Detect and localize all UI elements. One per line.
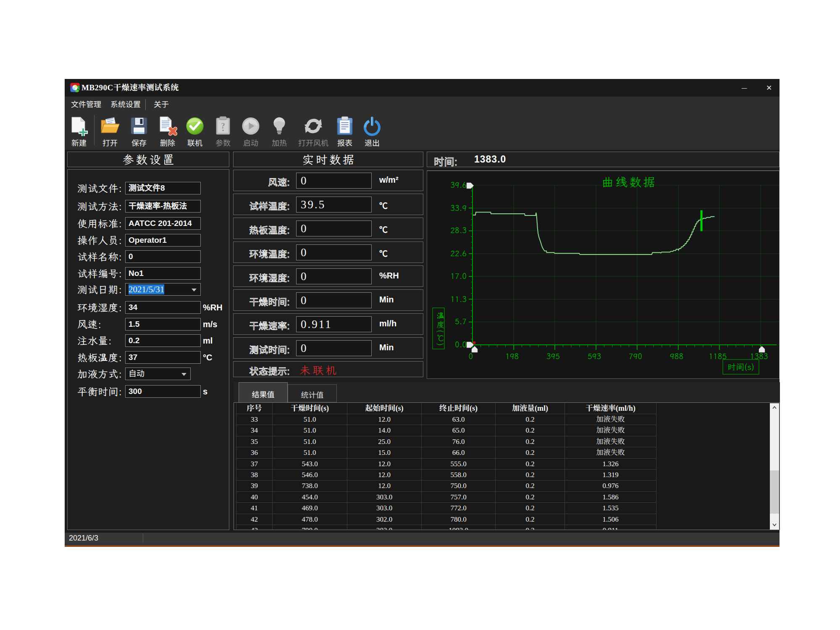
table-cell: 1.506 [565,514,656,525]
table-cell: 37 [236,459,273,470]
close-button[interactable]: ✕ [759,79,779,97]
table-cell: 51.0 [273,414,347,425]
realtime-label: 热板温度: [249,223,290,236]
minimize-button[interactable]: — [735,79,754,97]
toolbar-button-exit[interactable]: 退出 [356,116,388,148]
svg-text:39.6: 39.6 [450,180,467,190]
dropdown-arrow-icon[interactable] [192,289,197,291]
table-row[interactable]: 37543.012.0555.00.21.326 [236,459,657,470]
field-input-2[interactable]: AATCC 201-2014 [125,217,201,230]
svg-text:33.9: 33.9 [450,203,467,213]
table-cell: 0.2 [496,414,565,425]
table-row[interactable]: 42478.0302.0780.00.21.506 [236,514,657,525]
column-header[interactable]: 加液量(ml) [496,403,565,414]
results-section: 结果值统计值 序号干燥时间(s)起始时间(s)终止时间(s)加液量(ml)干燥速… [234,382,780,530]
field-input-3[interactable]: Operator1 [125,234,201,247]
realtime-row: 环境湿度:0%RH [233,265,423,287]
table-cell: 42 [236,514,273,525]
table-row[interactable]: 39738.012.0750.00.20.976 [236,480,657,491]
table-cell: 加液失败 [565,447,656,458]
table-cell: 38 [236,470,273,480]
field-input-5[interactable]: No1 [125,267,201,280]
realtime-row: 干燥速率:0.911ml/h [233,313,423,335]
field-unit: m/s [203,318,217,331]
table-row[interactable]: 38546.012.0558.00.21.319 [236,470,657,480]
table-cell: 558.0 [422,470,496,480]
field-input-4[interactable]: 0 [125,250,201,263]
realtime-value: 0 [296,244,372,260]
app-logo-icon [70,83,80,92]
table-cell: 51.0 [273,425,347,436]
tab-results[interactable]: 结果值 [239,382,288,402]
menu-item-about[interactable]: 关于 [154,97,169,113]
table-row[interactable]: 3551.025.076.00.2加液失败 [236,436,657,447]
realtime-unit: ℃ [379,247,388,259]
realtime-label: 试样温度: [249,199,290,212]
field-input-1[interactable]: 干燥速率-热板法 [125,200,201,213]
status-bar: 2021/6/3 [65,532,780,543]
dropdown-arrow-icon[interactable] [181,373,186,376]
field-input-12[interactable]: 300 [125,385,201,398]
table-row[interactable]: 3451.014.065.00.2加液失败 [236,425,657,436]
toolbar-button-new-file[interactable]: 新建 [63,116,95,148]
realtime-unit: ℃ [379,223,388,235]
realtime-value: 39.5 [296,197,372,213]
tab-statistics[interactable]: 统计值 [288,384,337,402]
table-cell: 0.2 [496,425,565,436]
table-row[interactable]: 40454.0303.0757.00.21.586 [236,492,657,503]
field-input-10[interactable]: 37 [125,351,201,364]
table-cell: 加液失败 [565,436,656,447]
scrollbar-thumb[interactable] [770,470,779,514]
table-cell: 33 [236,414,273,425]
menu-item-system-settings[interactable]: 系统设置 [110,97,141,113]
column-header[interactable]: 终止时间(s) [422,403,496,414]
table-cell: 43 [236,525,273,530]
realtime-row: 试样温度:39.5℃ [233,194,423,215]
field-input-0[interactable]: 测试文件8 [125,182,201,194]
realtime-label: 测试时间: [249,342,290,356]
left-panel-header: 参数设置 [67,152,229,167]
toolbar-button-open-folder[interactable]: 打开 [94,116,126,148]
svg-text:988: 988 [670,351,683,361]
svg-text:曲线数据: 曲线数据 [601,176,657,188]
table-cell: 772.0 [422,503,496,514]
field-select-11[interactable]: 自动 [125,368,191,380]
table-row[interactable]: 43790.0303.01093.00.20.911 [236,525,657,530]
realtime-row: 测试时间:0Min [233,337,423,359]
toolbar-button-save[interactable]: 保存 [123,116,155,148]
table-cell: 65.0 [422,425,496,436]
column-header[interactable]: 起始时间(s) [347,403,422,414]
status-separator [143,533,143,543]
table-cell: 12.0 [347,470,422,480]
column-header[interactable]: 干燥速率(ml/h) [565,403,656,414]
table-cell: 12.0 [347,459,422,470]
menu-item-file-management[interactable]: 文件管理 [71,97,101,113]
field-input-7[interactable]: 34 [125,301,201,314]
new-file-icon [63,116,95,136]
table-cell: 51.0 [273,447,347,458]
table-cell: 41 [236,503,273,514]
parameter-form: 测试文件:测试文件8测试方法:干燥速率-热板法使用标准:AATCC 201-20… [67,169,229,530]
field-input-9[interactable]: 0.2 [125,334,201,347]
scroll-up-icon[interactable] [770,403,779,412]
table-row[interactable]: 41469.0303.0772.00.21.535 [236,503,657,514]
table-cell: 15.0 [347,447,422,458]
table-row[interactable]: 3351.012.063.00.2加液失败 [236,414,657,425]
status-value: 未联机 [299,363,339,377]
time-value: 1383.0 [474,154,506,165]
left-panel-title: 参数设置 [68,152,229,166]
table-cell: 543.0 [273,459,347,470]
field-input-8[interactable]: 1.5 [125,318,201,331]
field-label: 风速: [77,318,102,331]
field-unit: s [203,385,207,398]
field-select-6[interactable]: 2021/5/31 [125,283,201,296]
scroll-down-icon[interactable] [770,520,779,530]
column-header[interactable]: 干燥时间(s) [273,403,347,414]
temperature-chart[interactable]: 0.05.711.317.022.628.333.939.60198395593… [427,171,780,379]
mid-panel-title: 实时数据 [234,152,423,166]
realtime-row: 热板温度:0℃ [233,218,423,239]
table-row[interactable]: 3651.015.066.00.2加液失败 [236,447,657,458]
column-header[interactable]: 序号 [236,403,273,414]
table-scrollbar[interactable] [770,403,779,530]
table-cell: 25.0 [347,436,422,447]
